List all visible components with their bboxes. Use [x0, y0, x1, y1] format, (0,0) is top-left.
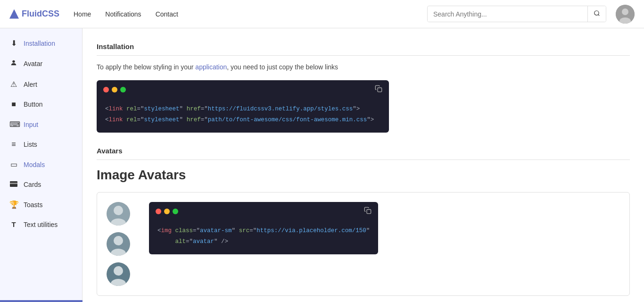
sidebar: ⬇ Installation Avatar ⚠ Alert ■ Button ⌨… — [0, 28, 83, 302]
avatars-heading: Image Avatars — [97, 168, 630, 183]
svg-rect-8 — [378, 88, 382, 92]
text-icon: T — [9, 220, 18, 228]
svg-line-1 — [598, 15, 600, 16]
avatar-window-dots — [156, 209, 178, 214]
search-bar — [427, 6, 606, 22]
avatar-svg-2 — [107, 232, 130, 256]
sidebar-item-input[interactable]: ⌨ Input — [0, 114, 82, 134]
installation-section: Installation To apply the below styling … — [97, 42, 630, 133]
svg-point-0 — [594, 11, 599, 15]
sidebar-item-lists[interactable]: ≡ Lists — [0, 134, 82, 154]
sidebar-accent-bar — [0, 300, 83, 302]
avatar-code-block: <img class="avatar-sm" src="https://via.… — [149, 202, 378, 254]
avatar-svg-1 — [107, 202, 130, 226]
sidebar-item-text-utilities[interactable]: T Text utilities — [0, 215, 82, 234]
avatar-image — [616, 5, 635, 24]
sidebar-label-input: Input — [24, 121, 38, 128]
navbar-brand[interactable]: FluidCSS — [9, 9, 59, 19]
avatar-svg-3 — [107, 262, 130, 286]
sidebar-item-button[interactable]: ■ Button — [0, 94, 82, 114]
installation-code-block: <link rel="stylesheet" href="https://flu… — [97, 80, 389, 133]
code-line-1: <link rel="stylesheet" href="https://flu… — [105, 104, 380, 115]
user-avatar[interactable] — [616, 5, 635, 24]
sidebar-label-text-utilities: Text utilities — [24, 221, 58, 228]
sidebar-label-button: Button — [24, 101, 42, 108]
cards-icon — [9, 180, 18, 189]
brand-icon — [9, 9, 19, 19]
navbar: FluidCSS Home Notifications Contact — [0, 0, 644, 28]
code-body: <link rel="stylesheet" href="https://flu… — [97, 99, 389, 133]
sidebar-label-avatar: Avatar — [24, 60, 42, 67]
download-icon: ⬇ — [9, 39, 18, 48]
nav-home[interactable]: Home — [74, 10, 91, 18]
svg-point-10 — [114, 206, 123, 215]
search-icon — [594, 10, 600, 17]
avatars-section-title: Avatars — [97, 147, 630, 160]
avatars-section: Avatars Image Avatars — [97, 147, 630, 296]
sidebar-item-alert[interactable]: ⚠ Alert — [0, 74, 82, 94]
sidebar-label-toasts: Toasts — [24, 201, 42, 209]
avatar-image-sm — [107, 202, 130, 226]
dot-red — [103, 87, 109, 92]
alert-icon: ⚠ — [9, 80, 18, 89]
avatar-code-line-2: alt="avatar" /> — [157, 236, 370, 247]
dot-green — [120, 87, 126, 92]
avatar-dot-green — [173, 209, 178, 214]
modals-icon: ▭ — [9, 160, 18, 169]
nav-contact[interactable]: Contact — [156, 10, 178, 18]
svg-point-3 — [622, 8, 628, 15]
svg-point-5 — [12, 60, 15, 63]
input-icon: ⌨ — [9, 120, 18, 129]
window-dots — [103, 87, 126, 92]
svg-rect-18 — [367, 210, 371, 214]
sidebar-label-lists: Lists — [24, 141, 37, 148]
sidebar-item-modals[interactable]: ▭ Modals — [0, 154, 82, 175]
dot-yellow — [112, 87, 117, 92]
svg-rect-7 — [10, 183, 17, 184]
desc-highlight: application — [195, 63, 227, 71]
avatar-code-line-1: <img class="avatar-sm" src="https://via.… — [157, 226, 370, 236]
search-input[interactable] — [428, 7, 587, 22]
avatar-image-lg — [107, 262, 130, 286]
copy-icon[interactable] — [375, 85, 382, 94]
main-content: Installation To apply the below styling … — [83, 28, 644, 302]
toasts-icon: 🏆 — [9, 200, 18, 209]
avatar-list — [107, 202, 130, 286]
svg-point-13 — [114, 236, 123, 245]
installation-title: Installation — [97, 42, 630, 56]
sidebar-label-modals: Modals — [24, 161, 45, 168]
avatar-code-header — [149, 202, 378, 221]
navbar-nav: Home Notifications Contact — [74, 10, 178, 18]
sidebar-label-alert: Alert — [24, 81, 37, 88]
button-icon: ■ — [9, 100, 18, 109]
avatar-icon — [9, 59, 18, 68]
sidebar-label-installation: Installation — [24, 40, 55, 47]
avatar-image-md — [107, 232, 130, 256]
avatar-copy-icon[interactable] — [364, 207, 372, 216]
svg-point-16 — [114, 266, 123, 276]
search-button[interactable] — [587, 6, 606, 22]
code-header — [97, 80, 389, 99]
code-line-2: <link rel="stylesheet" href="path/to/fon… — [105, 115, 380, 126]
nav-notifications[interactable]: Notifications — [105, 10, 141, 18]
installation-desc: To apply the below styling in your appli… — [97, 63, 630, 71]
avatar-dot-yellow — [164, 209, 170, 214]
sidebar-item-cards[interactable]: Cards — [0, 175, 82, 194]
avatar-code-body: <img class="avatar-sm" src="https://via.… — [149, 221, 378, 254]
sidebar-item-installation[interactable]: ⬇ Installation — [0, 33, 82, 53]
sidebar-item-toasts[interactable]: 🏆 Toasts — [0, 194, 82, 215]
sidebar-item-avatar[interactable]: Avatar — [0, 53, 82, 74]
layout: ⬇ Installation Avatar ⚠ Alert ■ Button ⌨… — [0, 28, 644, 302]
brand-name: FluidCSS — [22, 9, 59, 19]
sidebar-label-cards: Cards — [24, 181, 41, 188]
avatar-demo-card: <img class="avatar-sm" src="https://via.… — [97, 192, 630, 296]
lists-icon: ≡ — [9, 140, 18, 149]
avatar-dot-red — [156, 209, 161, 214]
